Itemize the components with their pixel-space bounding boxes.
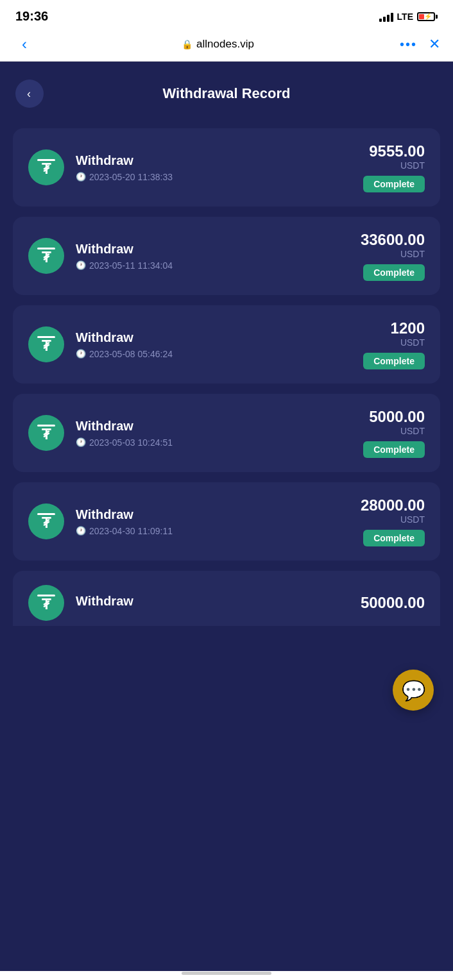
status-badge: Complete <box>363 530 425 546</box>
chat-icon: 💬 <box>402 679 425 702</box>
clock-icon: 🕐 <box>76 260 86 270</box>
main-content: ‹ Withdrawal Record ₮ Withdraw 🕐 2023-05… <box>0 62 453 971</box>
home-indicator <box>182 972 271 975</box>
clock-icon: 🕐 <box>76 172 86 182</box>
browser-more-button[interactable]: ••• <box>400 37 417 52</box>
signal-icon <box>379 12 393 22</box>
transaction-date: 🕐 2023-05-03 10:24:51 <box>76 437 173 448</box>
status-icons: LTE ⚡ <box>379 12 438 22</box>
transaction-type: Withdraw <box>76 330 173 345</box>
tether-icon: ₮ <box>28 326 64 362</box>
status-badge: Complete <box>363 353 425 369</box>
transaction-type: Withdraw <box>76 419 173 434</box>
battery-icon: ⚡ <box>417 12 438 21</box>
transaction-currency: USDT <box>363 426 425 436</box>
status-badge: Complete <box>363 264 425 281</box>
transaction-card: ₮ Withdraw 🕐 2023-05-08 05:46:24 1200 US… <box>13 305 440 384</box>
back-button[interactable]: ‹ <box>15 80 44 108</box>
tether-icon: ₮ <box>28 415 64 451</box>
transaction-card-partial: ₮ Withdraw 50000.00 <box>13 571 440 626</box>
status-badge: Complete <box>363 176 425 192</box>
page-header: ‹ Withdrawal Record <box>0 62 453 128</box>
transaction-date: 🕐 2023-05-20 11:38:33 <box>76 172 173 182</box>
transaction-card: ₮ Withdraw 🕐 2023-04-30 11:09:11 28000.0… <box>13 482 440 561</box>
transaction-card: ₮ Withdraw 🕐 2023-05-20 11:38:33 9555.00… <box>13 128 440 207</box>
lock-icon: 🔒 <box>182 39 192 49</box>
browser-back-button[interactable]: ‹ <box>13 35 36 53</box>
lte-label: LTE <box>397 12 413 22</box>
transaction-currency: USDT <box>361 514 425 525</box>
clock-icon: 🕐 <box>76 349 86 359</box>
transaction-currency: USDT <box>363 160 425 171</box>
transaction-card: ₮ Withdraw 🕐 2023-05-03 10:24:51 5000.00… <box>13 394 440 472</box>
transaction-amount: 33600.00 <box>361 231 425 249</box>
transaction-currency: USDT <box>363 337 425 348</box>
transaction-type: Withdraw <box>76 507 173 522</box>
transaction-card: ₮ Withdraw 🕐 2023-05-11 11:34:04 33600.0… <box>13 217 440 295</box>
browser-actions: ••• ✕ <box>400 36 440 53</box>
tether-icon: ₮ <box>28 503 64 539</box>
page-title: Withdrawal Record <box>44 85 409 102</box>
tether-icon: ₮ <box>28 585 64 621</box>
tether-icon: ₮ <box>28 238 64 274</box>
transaction-date: 🕐 2023-05-11 11:34:04 <box>76 260 173 271</box>
tether-icon: ₮ <box>28 149 64 185</box>
clock-icon: 🕐 <box>76 526 86 536</box>
status-badge: Complete <box>363 441 425 458</box>
transaction-amount-partial: 50000.00 <box>361 594 425 612</box>
status-time: 19:36 <box>15 9 48 24</box>
chat-fab-button[interactable]: 💬 <box>393 670 434 711</box>
transaction-type: Withdraw <box>76 242 173 257</box>
browser-close-button[interactable]: ✕ <box>429 36 440 53</box>
transaction-currency: USDT <box>361 249 425 259</box>
transaction-amount: 28000.00 <box>361 496 425 514</box>
browser-url: 🔒 allnodes.vip <box>182 38 254 51</box>
back-arrow-icon: ‹ <box>27 87 31 101</box>
url-text: allnodes.vip <box>196 38 254 51</box>
transaction-type: Withdraw <box>76 594 133 609</box>
transaction-date: 🕐 2023-04-30 11:09:11 <box>76 526 173 536</box>
browser-bar: ‹ 🔒 allnodes.vip ••• ✕ <box>0 29 453 62</box>
transaction-amount: 5000.00 <box>363 408 425 426</box>
transaction-amount: 1200 <box>363 319 425 337</box>
transaction-amount: 9555.00 <box>363 142 425 160</box>
transaction-date: 🕐 2023-05-08 05:46:24 <box>76 349 173 359</box>
transaction-list: ₮ Withdraw 🕐 2023-05-20 11:38:33 9555.00… <box>0 128 453 561</box>
clock-icon: 🕐 <box>76 437 86 447</box>
status-bar: 19:36 LTE ⚡ <box>0 0 453 29</box>
transaction-type: Withdraw <box>76 153 173 168</box>
